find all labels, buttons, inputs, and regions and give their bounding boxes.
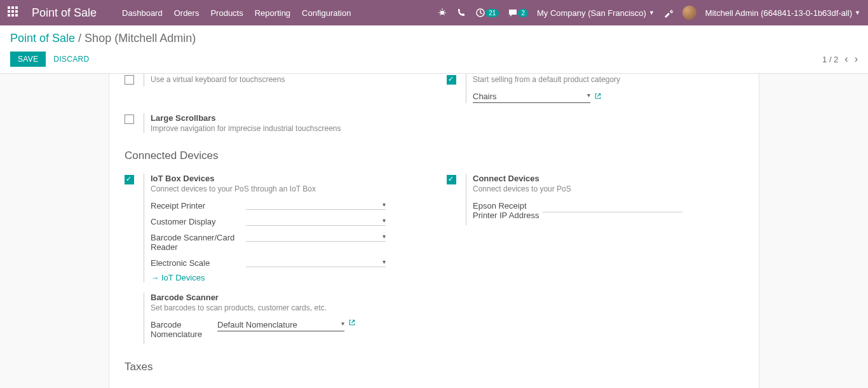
external-link-icon[interactable]: [594, 92, 602, 102]
breadcrumb-bar: Point of Sale / Shop (Mitchell Admin): [0, 25, 868, 45]
connect-devices-desc: Connect devices to your PoS: [473, 184, 743, 193]
actions-row: SAVE DISCARD 1 / 2 ‹ ›: [0, 45, 868, 74]
field-customer-display-label: Customer Display: [151, 216, 246, 226]
tools-icon[interactable]: [663, 8, 674, 18]
pager: 1 / 2 ‹ ›: [822, 53, 858, 65]
activity-indicator[interactable]: 21: [475, 8, 499, 18]
chevron-down-icon: ▾: [587, 92, 590, 101]
field-barcode-nomenclature-label: Barcode Nomenclature: [151, 319, 217, 339]
breadcrumb-current: Shop (Mitchell Admin): [85, 32, 196, 45]
chevron-down-icon: ▼: [649, 10, 654, 16]
field-epson-ip-label: Epson Receipt Printer IP Address: [473, 200, 543, 220]
field-electronic-scale-select[interactable]: [246, 257, 386, 267]
svg-line-7: [444, 14, 445, 15]
svg-line-6: [440, 14, 441, 15]
chevron-down-icon: ▼: [855, 10, 860, 16]
checkbox-start-category[interactable]: [447, 75, 456, 85]
main-nav: Dashboard Orders Products Reporting Conf…: [122, 8, 351, 18]
pager-count: 1 / 2: [822, 55, 838, 64]
nav-dashboard[interactable]: Dashboard: [122, 8, 163, 18]
nav-products[interactable]: Products: [210, 8, 243, 18]
start-category-desc: Start selling from a default product cat…: [473, 75, 743, 84]
apps-icon[interactable]: [8, 6, 20, 19]
section-taxes: Taxes: [125, 361, 743, 373]
user-menu[interactable]: Mitchell Admin (664841-13-0-1b63df-all) …: [705, 8, 860, 18]
barcode-scanner-desc: Set barcodes to scan products, customer …: [151, 303, 421, 312]
checkbox-iot-box[interactable]: [125, 175, 134, 184]
external-link-icon[interactable]: [348, 319, 356, 328]
top-navbar: Point of Sale Dashboard Orders Products …: [0, 0, 868, 25]
svg-line-5: [444, 10, 445, 11]
barcode-scanner-title: Barcode Scanner: [151, 293, 421, 302]
field-receipt-printer-select[interactable]: [246, 200, 386, 210]
large-scrollbars-desc: Improve navigation for imprecise industr…: [151, 124, 421, 133]
field-barcode-scanner-label: Barcode Scanner/Card Reader: [151, 232, 246, 252]
field-barcode-scanner-select[interactable]: [246, 232, 386, 242]
messages-badge: 2: [518, 9, 528, 17]
virtual-keyboard-desc: Use a virtual keyboard for touchscreens: [151, 75, 421, 84]
svg-line-4: [440, 10, 441, 11]
field-epson-ip-input[interactable]: [543, 200, 682, 212]
checkbox-connect-devices[interactable]: [447, 175, 456, 184]
large-scrollbars-title: Large Scrollbars: [151, 113, 421, 123]
pager-prev[interactable]: ‹: [844, 53, 848, 65]
app-brand: Point of Sale: [32, 6, 97, 20]
activity-badge: 21: [485, 9, 499, 17]
messages-indicator[interactable]: 2: [508, 8, 528, 18]
chevron-down-icon: ▾: [341, 320, 344, 329]
iot-devices-link[interactable]: → IoT Devices: [151, 273, 421, 282]
company-switcher[interactable]: My Company (San Francisco) ▼: [537, 8, 654, 18]
breadcrumb-root[interactable]: Point of Sale: [10, 32, 75, 45]
field-customer-display-select[interactable]: [246, 216, 386, 226]
start-category-select[interactable]: Chairs ▾: [473, 90, 590, 103]
form-sheet: Virtual Keyboard Use a virtual keyboard …: [109, 74, 759, 388]
arrow-right-icon: →: [151, 273, 159, 282]
phone-icon[interactable]: [456, 8, 466, 18]
nav-reporting[interactable]: Reporting: [255, 8, 290, 18]
checkbox-large-scrollbars[interactable]: [125, 114, 134, 124]
iot-box-title: IoT Box Devices: [151, 174, 421, 183]
field-receipt-printer-label: Receipt Printer: [151, 200, 246, 211]
field-barcode-nomenclature-select[interactable]: Default Nomenclature ▾: [217, 319, 344, 331]
pager-next[interactable]: ›: [855, 53, 858, 65]
field-electronic-scale-label: Electronic Scale: [151, 257, 246, 268]
bug-icon[interactable]: [437, 8, 447, 18]
nav-orders[interactable]: Orders: [174, 8, 200, 18]
save-button[interactable]: SAVE: [10, 52, 46, 67]
avatar: [682, 6, 696, 20]
iot-box-desc: Connect devices to your PoS through an I…: [151, 184, 421, 193]
nav-configuration[interactable]: Configuration: [302, 8, 351, 18]
discard-button[interactable]: DISCARD: [46, 52, 97, 67]
connect-devices-title: Connect Devices: [473, 174, 743, 183]
checkbox-virtual-keyboard[interactable]: [125, 75, 134, 85]
section-connected-devices: Connected Devices: [125, 149, 743, 162]
